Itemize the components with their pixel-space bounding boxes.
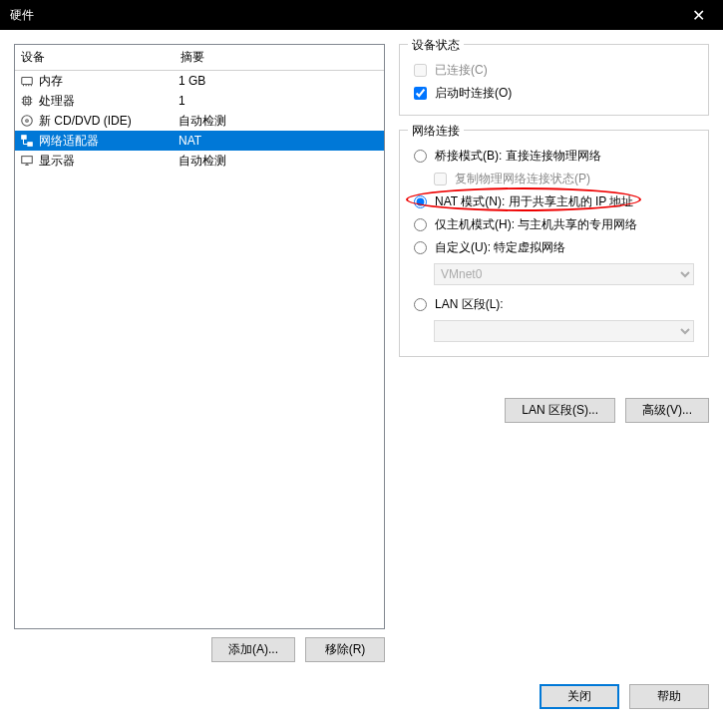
device-name: 内存 — [39, 73, 63, 90]
device-name: 显示器 — [39, 153, 75, 170]
connect-poweron-label: 启动时连接(O) — [435, 85, 512, 102]
cpu-icon — [19, 93, 35, 109]
device-status-group: 设备状态 已连接(C) 启动时连接(O) — [399, 44, 709, 116]
bridged-label: 桥接模式(B): 直接连接物理网络 — [435, 148, 601, 165]
svg-point-15 — [22, 116, 33, 127]
remove-button[interactable]: 移除(R) — [305, 637, 385, 662]
connected-checkbox-row: 已连接(C) — [410, 59, 698, 82]
dialog-title: 硬件 — [10, 7, 683, 24]
lan-segment-button[interactable]: LAN 区段(S)... — [505, 398, 615, 423]
svg-rect-6 — [25, 99, 29, 103]
custom-select-row: VMnet0 — [430, 259, 698, 293]
network-connection-title: 网络连接 — [408, 123, 464, 140]
lansegment-select-row — [430, 316, 698, 346]
device-row-1[interactable]: 处理器1 — [15, 91, 384, 111]
connected-label: 已连接(C) — [435, 62, 488, 79]
connect-poweron-row[interactable]: 启动时连接(O) — [410, 82, 698, 105]
device-status-title: 设备状态 — [408, 37, 464, 54]
connect-poweron-checkbox[interactable] — [414, 87, 427, 100]
replicate-checkbox — [434, 173, 447, 185]
replicate-checkbox-row: 复制物理网络连接状态(P) — [430, 168, 698, 190]
svg-rect-21 — [22, 157, 33, 164]
connected-checkbox — [414, 64, 427, 77]
custom-radio[interactable] — [414, 241, 427, 254]
device-summary: 1 GB — [179, 74, 380, 88]
bridged-radio[interactable] — [414, 150, 427, 163]
device-row-4[interactable]: 显示器自动检测 — [15, 151, 384, 171]
content-area: 设备 摘要 内存1 GB处理器1新 CD/DVD (IDE)自动检测网络适配器N… — [0, 30, 723, 676]
device-summary: 自动检测 — [179, 113, 380, 130]
titlebar: 硬件 ✕ — [0, 0, 723, 30]
device-summary: 自动检测 — [179, 153, 380, 170]
lansegment-select — [434, 320, 694, 342]
device-name: 处理器 — [39, 93, 75, 110]
close-button[interactable]: 关闭 — [540, 684, 619, 709]
footer-buttons: 关闭 帮助 — [0, 676, 723, 723]
custom-radio-row[interactable]: 自定义(U): 特定虚拟网络 — [410, 236, 698, 259]
list-header: 设备 摘要 — [15, 45, 384, 71]
hostonly-radio[interactable] — [414, 218, 427, 231]
svg-rect-17 — [22, 136, 26, 140]
hostonly-label: 仅主机模式(H): 与主机共享的专用网络 — [435, 216, 637, 233]
right-panel: 设备状态 已连接(C) 启动时连接(O) 网络连接 桥接模式(B): 直接连接物… — [399, 44, 709, 662]
nat-radio[interactable] — [414, 195, 427, 208]
custom-vmnet-select: VMnet0 — [434, 263, 694, 285]
left-panel: 设备 摘要 内存1 GB处理器1新 CD/DVD (IDE)自动检测网络适配器N… — [14, 44, 385, 662]
nat-radio-row[interactable]: NAT 模式(N): 用于共享主机的 IP 地址 — [410, 190, 698, 213]
svg-rect-0 — [22, 78, 33, 85]
nat-label: NAT 模式(N): 用于共享主机的 IP 地址 — [435, 193, 633, 210]
lansegment-radio-row[interactable]: LAN 区段(L): — [410, 293, 698, 316]
device-summary: NAT — [179, 134, 380, 148]
disc-icon — [19, 113, 35, 129]
advanced-button[interactable]: 高级(V)... — [625, 398, 709, 423]
left-button-row: 添加(A)... 移除(R) — [14, 629, 385, 662]
device-row-2[interactable]: 新 CD/DVD (IDE)自动检测 — [15, 111, 384, 131]
device-name: 网络适配器 — [39, 133, 99, 150]
memory-icon — [19, 73, 35, 89]
network-icon — [19, 133, 35, 149]
monitor-icon — [19, 153, 35, 169]
network-connection-group: 网络连接 桥接模式(B): 直接连接物理网络 复制物理网络连接状态(P) NAT… — [399, 130, 709, 357]
column-summary[interactable]: 摘要 — [175, 45, 384, 70]
svg-rect-5 — [24, 98, 31, 105]
column-device[interactable]: 设备 — [15, 45, 175, 70]
svg-point-16 — [26, 120, 29, 123]
close-icon[interactable]: ✕ — [683, 6, 713, 25]
device-list: 设备 摘要 内存1 GB处理器1新 CD/DVD (IDE)自动检测网络适配器N… — [14, 44, 385, 629]
svg-rect-18 — [28, 143, 32, 147]
device-row-0[interactable]: 内存1 GB — [15, 71, 384, 91]
bridged-radio-row[interactable]: 桥接模式(B): 直接连接物理网络 — [410, 145, 698, 168]
help-button[interactable]: 帮助 — [629, 684, 709, 709]
lansegment-label: LAN 区段(L): — [435, 296, 504, 313]
custom-label: 自定义(U): 特定虚拟网络 — [435, 239, 565, 256]
hostonly-radio-row[interactable]: 仅主机模式(H): 与主机共享的专用网络 — [410, 213, 698, 236]
device-name: 新 CD/DVD (IDE) — [39, 113, 132, 130]
lansegment-radio[interactable] — [414, 298, 427, 311]
replicate-label: 复制物理网络连接状态(P) — [455, 171, 590, 187]
add-button[interactable]: 添加(A)... — [211, 637, 295, 662]
device-row-3[interactable]: 网络适配器NAT — [15, 131, 384, 151]
right-button-row: LAN 区段(S)... 高级(V)... — [399, 398, 709, 423]
device-summary: 1 — [179, 94, 380, 108]
